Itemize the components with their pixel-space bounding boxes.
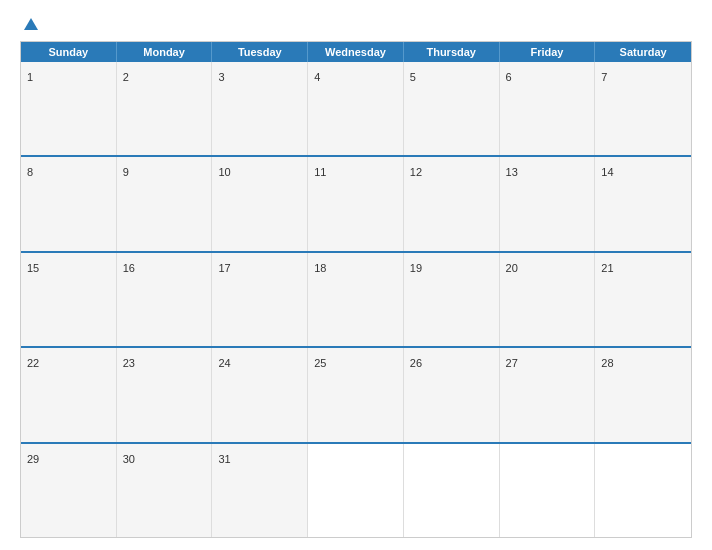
week-row-4: 22232425262728 [21,346,691,441]
logo [20,18,38,31]
cal-cell: 1 [21,62,117,155]
day-number: 24 [218,357,230,369]
day-number: 17 [218,262,230,274]
cal-cell: 25 [308,348,404,441]
header-day-friday: Friday [500,42,596,62]
logo-blue-text [20,18,38,31]
day-number: 23 [123,357,135,369]
cal-cell: 11 [308,157,404,250]
day-number: 26 [410,357,422,369]
day-number: 16 [123,262,135,274]
day-number: 19 [410,262,422,274]
cal-cell [404,444,500,537]
cal-cell [595,444,691,537]
cal-cell: 27 [500,348,596,441]
header-day-sunday: Sunday [21,42,117,62]
cal-cell: 19 [404,253,500,346]
cal-cell: 8 [21,157,117,250]
cal-cell: 18 [308,253,404,346]
cal-cell: 9 [117,157,213,250]
day-number: 1 [27,71,33,83]
header-day-monday: Monday [117,42,213,62]
cal-cell: 23 [117,348,213,441]
cal-cell: 20 [500,253,596,346]
calendar-header-row: SundayMondayTuesdayWednesdayThursdayFrid… [21,42,691,62]
cal-cell: 13 [500,157,596,250]
day-number: 15 [27,262,39,274]
cal-cell: 24 [212,348,308,441]
cal-cell: 10 [212,157,308,250]
cal-cell: 16 [117,253,213,346]
week-row-2: 891011121314 [21,155,691,250]
header-day-wednesday: Wednesday [308,42,404,62]
day-number: 6 [506,71,512,83]
day-number: 25 [314,357,326,369]
day-number: 22 [27,357,39,369]
day-number: 20 [506,262,518,274]
day-number: 8 [27,166,33,178]
cal-cell: 14 [595,157,691,250]
cal-cell: 5 [404,62,500,155]
cal-cell: 7 [595,62,691,155]
day-number: 4 [314,71,320,83]
week-row-3: 15161718192021 [21,251,691,346]
cal-cell: 15 [21,253,117,346]
header-day-saturday: Saturday [595,42,691,62]
day-number: 12 [410,166,422,178]
cal-cell: 17 [212,253,308,346]
logo-triangle-icon [24,18,38,30]
day-number: 28 [601,357,613,369]
cal-cell: 3 [212,62,308,155]
cal-cell: 29 [21,444,117,537]
cal-cell: 4 [308,62,404,155]
day-number: 13 [506,166,518,178]
calendar-page: SundayMondayTuesdayWednesdayThursdayFrid… [0,0,712,550]
week-row-1: 1234567 [21,62,691,155]
day-number: 11 [314,166,326,178]
cal-cell: 6 [500,62,596,155]
day-number: 14 [601,166,613,178]
day-number: 21 [601,262,613,274]
day-number: 3 [218,71,224,83]
week-row-5: 293031 [21,442,691,537]
cal-cell: 22 [21,348,117,441]
day-number: 10 [218,166,230,178]
cal-cell: 30 [117,444,213,537]
day-number: 30 [123,453,135,465]
day-number: 2 [123,71,129,83]
cal-cell: 21 [595,253,691,346]
calendar-grid: SundayMondayTuesdayWednesdayThursdayFrid… [20,41,692,538]
cal-cell: 28 [595,348,691,441]
cal-cell: 31 [212,444,308,537]
day-number: 9 [123,166,129,178]
day-number: 7 [601,71,607,83]
cal-cell [500,444,596,537]
cal-cell: 26 [404,348,500,441]
cal-cell: 2 [117,62,213,155]
header-day-thursday: Thursday [404,42,500,62]
cal-cell: 12 [404,157,500,250]
day-number: 18 [314,262,326,274]
day-number: 31 [218,453,230,465]
header-day-tuesday: Tuesday [212,42,308,62]
calendar-body: 1234567891011121314151617181920212223242… [21,62,691,537]
cal-cell [308,444,404,537]
day-number: 29 [27,453,39,465]
page-header [20,18,692,31]
day-number: 27 [506,357,518,369]
day-number: 5 [410,71,416,83]
